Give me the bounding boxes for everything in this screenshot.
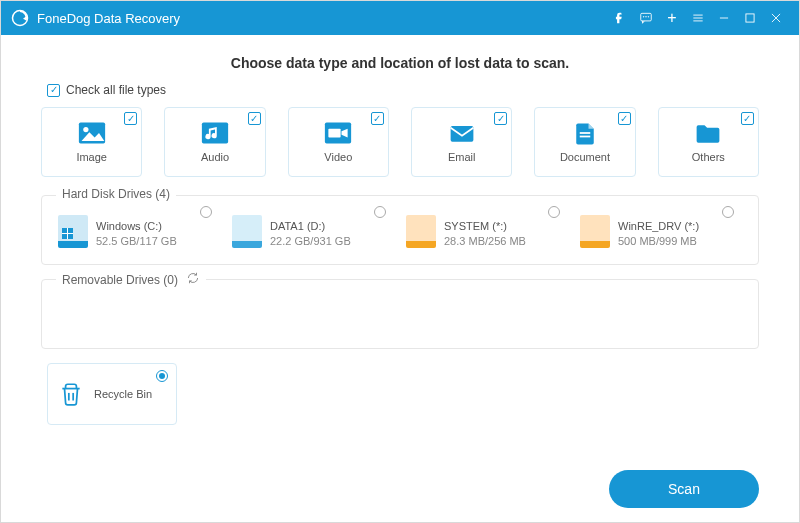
hdd-drive[interactable]: Windows (C:)52.5 GB/117 GB	[56, 210, 222, 252]
svg-rect-19	[580, 132, 591, 134]
filetype-checkbox-icon	[124, 112, 137, 125]
filetype-label: Document	[560, 151, 610, 163]
hdd-section: Hard Disk Drives (4) Windows (C:)52.5 GB…	[41, 195, 759, 265]
drive-name: DATA1 (D:)	[270, 220, 351, 232]
removable-section: Removable Drives (0)	[41, 279, 759, 349]
hdd-section-title: Hard Disk Drives (4)	[62, 187, 170, 201]
svg-point-14	[83, 127, 88, 132]
others-icon	[694, 121, 722, 145]
filetype-checkbox-icon	[371, 112, 384, 125]
menu-icon[interactable]	[685, 1, 711, 35]
filetype-checkbox-icon	[248, 112, 261, 125]
removable-section-title: Removable Drives (0)	[62, 273, 178, 287]
svg-rect-17	[329, 129, 341, 138]
svg-rect-10	[746, 14, 754, 22]
email-icon	[448, 121, 476, 145]
drive-size: 22.2 GB/931 GB	[270, 235, 351, 247]
filetype-checkbox-icon	[494, 112, 507, 125]
drive-radio-icon	[722, 206, 734, 218]
filetype-card-video[interactable]: Video	[288, 107, 389, 177]
filetype-card-email[interactable]: Email	[411, 107, 512, 177]
check-all-toggle[interactable]: Check all file types	[47, 83, 759, 97]
recycle-bin-label: Recycle Bin	[94, 388, 152, 400]
hdd-drive[interactable]: WinRE_DRV (*:)500 MB/999 MB	[578, 210, 744, 252]
drive-radio-icon	[548, 206, 560, 218]
filetype-label: Video	[324, 151, 352, 163]
filetype-card-image[interactable]: Image	[41, 107, 142, 177]
svg-marker-1	[23, 17, 26, 21]
recycle-radio-icon	[156, 370, 168, 382]
drive-radio-icon	[200, 206, 212, 218]
filetype-card-document[interactable]: Document	[534, 107, 635, 177]
drive-icon	[232, 214, 262, 248]
drive-icon	[406, 214, 436, 248]
filetype-checkbox-icon	[741, 112, 754, 125]
drive-size: 500 MB/999 MB	[618, 235, 699, 247]
drive-size: 52.5 GB/117 GB	[96, 235, 177, 247]
refresh-icon[interactable]	[186, 271, 200, 288]
filetype-card-others[interactable]: Others	[658, 107, 759, 177]
hdd-drive[interactable]: DATA1 (D:)22.2 GB/931 GB	[230, 210, 396, 252]
drive-radio-icon	[374, 206, 386, 218]
filetype-label: Audio	[201, 151, 229, 163]
filetype-card-audio[interactable]: Audio	[164, 107, 265, 177]
minimize-button[interactable]	[711, 1, 737, 35]
app-logo-icon	[11, 9, 29, 27]
svg-point-5	[648, 17, 649, 18]
filetype-label: Others	[692, 151, 725, 163]
document-icon	[571, 121, 599, 145]
drive-name: WinRE_DRV (*:)	[618, 220, 699, 232]
feedback-icon[interactable]	[633, 1, 659, 35]
drive-icon	[580, 214, 610, 248]
filetype-grid: ImageAudioVideoEmailDocumentOthers	[41, 107, 759, 177]
audio-icon	[201, 121, 229, 145]
svg-point-4	[646, 17, 647, 18]
recycle-bin-card[interactable]: Recycle Bin	[47, 363, 177, 425]
filetype-label: Image	[76, 151, 107, 163]
drive-icon	[58, 214, 88, 248]
maximize-button[interactable]	[737, 1, 763, 35]
video-icon	[324, 121, 352, 145]
filetype-label: Email	[448, 151, 476, 163]
hdd-drive[interactable]: SYSTEM (*:)28.3 MB/256 MB	[404, 210, 570, 252]
close-button[interactable]	[763, 1, 789, 35]
plus-icon[interactable]: +	[659, 1, 685, 35]
svg-rect-20	[580, 136, 591, 138]
scan-button[interactable]: Scan	[609, 470, 759, 508]
filetype-checkbox-icon	[618, 112, 631, 125]
trash-icon	[58, 380, 84, 408]
drive-name: Windows (C:)	[96, 220, 177, 232]
check-all-label: Check all file types	[66, 83, 166, 97]
image-icon	[78, 121, 106, 145]
drive-name: SYSTEM (*:)	[444, 220, 526, 232]
check-all-checkbox-icon	[47, 84, 60, 97]
headline: Choose data type and location of lost da…	[41, 55, 759, 71]
drive-size: 28.3 MB/256 MB	[444, 235, 526, 247]
svg-point-3	[643, 17, 644, 18]
facebook-icon[interactable]	[607, 1, 633, 35]
titlebar: FoneDog Data Recovery +	[1, 1, 799, 35]
app-title: FoneDog Data Recovery	[37, 11, 180, 26]
svg-rect-18	[450, 126, 473, 142]
